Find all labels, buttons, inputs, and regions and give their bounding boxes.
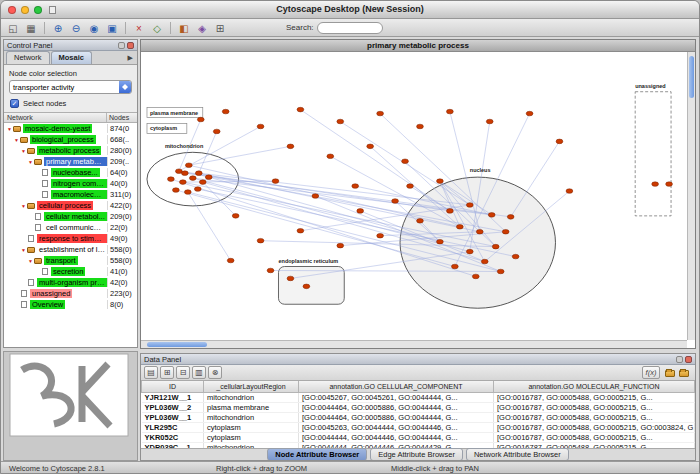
network-node[interactable] — [199, 180, 206, 185]
delete-attribute-button[interactable]: ⊟ — [176, 366, 190, 379]
network-node[interactable] — [526, 111, 533, 116]
zoom-out-button[interactable]: ⊖ — [68, 20, 84, 35]
network-node[interactable] — [476, 229, 483, 234]
network-node[interactable] — [377, 111, 384, 116]
open-session-button[interactable]: ◱ — [5, 20, 21, 35]
network-node[interactable] — [446, 209, 453, 214]
network-node[interactable] — [297, 107, 304, 112]
tree-row[interactable]: cell communicat...22(0) — [4, 222, 137, 233]
tree-row[interactable]: unassigned223(0) — [4, 288, 137, 299]
table-row[interactable]: YDR039C__1mitochondrion[GO:0044444, GO:0… — [142, 442, 695, 448]
network-node[interactable] — [222, 109, 229, 114]
table-row[interactable]: YPL036W__2plasma membrane[GO:0044464, GO… — [142, 402, 695, 412]
network-node[interactable] — [507, 215, 514, 220]
tree-header-nodes[interactable]: Nodes — [107, 113, 137, 122]
vertical-scrollbar[interactable] — [687, 52, 695, 340]
network-graph[interactable]: plasma membranecytoplasmmitochondrionnuc… — [141, 52, 687, 340]
network-node[interactable] — [502, 229, 509, 234]
tree-row[interactable]: cellular metabol...209(0) — [4, 211, 137, 222]
close-window-button[interactable] — [8, 6, 16, 14]
network-node[interactable] — [566, 189, 573, 194]
close-panel-icon[interactable] — [127, 42, 134, 49]
network-node[interactable] — [181, 171, 188, 176]
network-node[interactable] — [466, 203, 473, 208]
select-attributes-button[interactable]: ▤ — [144, 366, 158, 379]
node-color-dropdown[interactable]: transporter activity — [9, 80, 132, 94]
network-node[interactable] — [205, 175, 212, 180]
network-node[interactable] — [556, 139, 563, 144]
tree-row[interactable]: secretion41(0) — [4, 266, 137, 277]
delete-rows-button[interactable]: ⊗ — [208, 366, 222, 379]
network-node[interactable] — [472, 274, 479, 279]
network-node[interactable] — [488, 213, 495, 218]
import-attributes-icon[interactable] — [665, 370, 675, 377]
network-node[interactable] — [512, 254, 519, 259]
zoom-selected-button[interactable]: ◉ — [86, 20, 102, 35]
network-node[interactable] — [185, 163, 192, 168]
horizontal-scrollbar-thumb[interactable] — [147, 342, 207, 347]
function-builder-button[interactable]: f(x) — [642, 366, 660, 379]
tree-header-network[interactable]: Network — [4, 113, 107, 122]
network-node[interactable] — [172, 188, 179, 193]
tab-mosaic[interactable]: Mosaic — [51, 51, 92, 64]
zoom-fit-button[interactable]: ▣ — [104, 20, 120, 35]
network-node[interactable] — [272, 179, 279, 184]
tree-row[interactable]: ▼transport558(0) — [4, 255, 137, 266]
network-node[interactable] — [312, 194, 319, 199]
network-node[interactable] — [652, 182, 659, 187]
window-titlebar[interactable]: Cytoscape Desktop (New Session) — [1, 1, 699, 19]
tree-row[interactable]: nucleobase...64(0) — [4, 167, 137, 178]
network-node[interactable] — [287, 144, 294, 149]
zoom-window-button[interactable] — [34, 6, 42, 14]
tree-row[interactable]: Overview8(0) — [4, 299, 137, 310]
network-node[interactable] — [194, 187, 201, 192]
network-node[interactable] — [451, 264, 458, 269]
vizmapper-button[interactable]: ◈ — [194, 20, 210, 35]
tree-row[interactable]: response to stimul...49(0) — [4, 233, 137, 244]
network-node[interactable] — [189, 176, 196, 181]
network-node[interactable] — [437, 179, 444, 184]
network-node[interactable] — [392, 199, 399, 204]
tree-row[interactable]: ▼mosaic-demo-yeast874(0 — [4, 123, 137, 134]
table-row[interactable]: YKR052Ccytoplasm[GO:0044444, GO:0044446,… — [142, 432, 695, 442]
save-session-button[interactable]: ▦ — [23, 20, 39, 35]
network-node[interactable] — [402, 159, 409, 164]
export-attributes-icon[interactable] — [679, 370, 689, 377]
birdseye-view[interactable] — [3, 351, 138, 461]
network-node[interactable] — [303, 284, 310, 289]
tree-row[interactable]: ▼biological_process668(.. — [4, 134, 137, 145]
network-node[interactable] — [437, 239, 444, 244]
network-node[interactable] — [456, 225, 463, 230]
column-header[interactable]: ID — [142, 381, 204, 392]
tab-overflow-arrow-icon[interactable]: ▶ — [126, 54, 135, 64]
network-node[interactable] — [184, 190, 191, 195]
network-node[interactable] — [257, 238, 264, 243]
close-data-panel-icon[interactable] — [685, 356, 692, 363]
search-input[interactable] — [317, 22, 383, 34]
select-nodes-checkbox[interactable]: ✓ — [10, 99, 19, 108]
table-row[interactable]: YJR121W__1mitochondrion[GO:0045267, GO:0… — [142, 392, 695, 402]
tree-row[interactable]: multi-organism pro...42(0) — [4, 277, 137, 288]
network-node[interactable] — [257, 124, 264, 129]
network-node[interactable] — [297, 228, 304, 233]
network-annotation-button[interactable]: ◧ — [176, 20, 192, 35]
tree-row[interactable]: nitrogen compo...40(0) — [4, 178, 137, 189]
network-node[interactable] — [492, 244, 499, 249]
network-node[interactable] — [168, 177, 175, 182]
network-node[interactable] — [446, 109, 453, 114]
network-node[interactable] — [417, 124, 424, 129]
create-network-view-button[interactable]: ◇ — [149, 20, 165, 35]
tree-row[interactable]: ▼cellular process422(0) — [4, 200, 137, 211]
vertical-scrollbar-thumb[interactable] — [689, 56, 694, 98]
network-node[interactable] — [352, 184, 359, 189]
horizontal-scrollbar[interactable] — [141, 340, 687, 348]
network-node[interactable] — [367, 144, 374, 149]
column-header[interactable]: annotation.GO MOLECULAR_FUNCTION — [494, 381, 695, 392]
tab-node-attribute-browser[interactable]: Node Attribute Browser — [267, 448, 367, 461]
layout-button[interactable]: ⊞ — [212, 20, 228, 35]
column-header[interactable]: _cellularLayoutRegion — [204, 381, 299, 392]
attribute-columns-button[interactable]: ▥ — [192, 366, 206, 379]
tab-network[interactable]: Network — [6, 51, 50, 64]
network-node[interactable] — [337, 119, 344, 124]
float-panel-icon[interactable] — [118, 42, 125, 49]
